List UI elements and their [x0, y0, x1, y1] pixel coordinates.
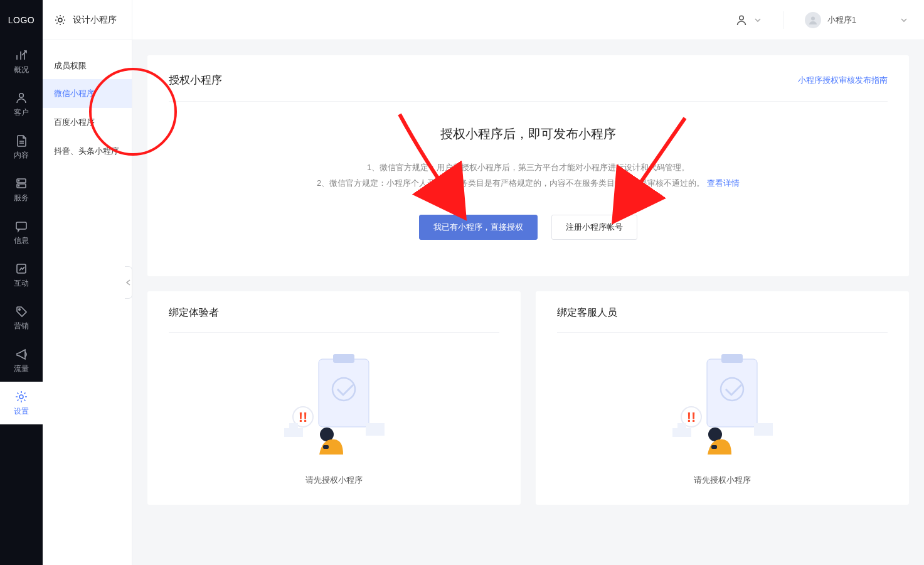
person-icon — [735, 14, 748, 26]
hero-lines: 1、微信官方规定：用户需授权小程序后，第三方平台才能对小程序进行设计和代码管理。… — [169, 160, 888, 191]
message-icon — [14, 219, 28, 233]
svg-point-3 — [18, 180, 19, 181]
chevron-down-icon — [900, 16, 908, 24]
nav-service[interactable]: 服务 — [0, 168, 43, 211]
primary-nav: LOGO 概况 客户 内容 服务 信息 互动 营销 — [0, 0, 43, 565]
nav-marketing[interactable]: 营销 — [0, 296, 43, 339]
doc-icon — [14, 134, 28, 148]
sub-item-baidu[interactable]: 百度小程序 — [43, 108, 132, 137]
svg-point-4 — [18, 185, 19, 186]
gear-icon — [14, 390, 28, 404]
svg-point-27 — [708, 428, 722, 441]
svg-rect-19 — [366, 423, 385, 436]
empty-text: 请先授权小程序 — [694, 475, 751, 486]
svg-point-7 — [19, 308, 20, 309]
sub-nav-top[interactable]: 设计小程序 — [43, 0, 132, 40]
sub-item-douyin[interactable]: 抖音、头条小程序 — [43, 137, 132, 166]
hero-title: 授权小程序后，即可发布小程序 — [169, 126, 888, 143]
bind-support-card: 绑定客服人员 !! — [536, 291, 909, 505]
empty-text: 请先授权小程序 — [305, 475, 363, 486]
user-menu[interactable] — [729, 10, 768, 30]
svg-rect-13 — [333, 354, 354, 363]
site-name: 小程序1 — [827, 14, 856, 26]
overview-icon — [14, 48, 28, 62]
stack-icon — [14, 176, 28, 190]
svg-point-10 — [740, 16, 743, 19]
nav-content[interactable]: 内容 — [0, 126, 43, 168]
auth-panel: 授权小程序 小程序授权审核发布指南 授权小程序后，即可发布小程序 1、微信官方规… — [147, 55, 909, 276]
sub-nav: 设计小程序 成员权限 微信小程序 百度小程序 抖音、头条小程序 — [43, 0, 132, 565]
empty-illustration: !! — [672, 348, 773, 461]
svg-rect-28 — [711, 445, 717, 449]
person-icon — [14, 91, 28, 105]
svg-point-8 — [19, 395, 23, 399]
frame-icon — [14, 262, 28, 276]
view-details-link[interactable]: 查看详情 — [707, 178, 740, 188]
card-title: 绑定客服人员 — [557, 306, 888, 333]
nav-label: 营销 — [14, 321, 29, 331]
panel-title: 授权小程序 — [169, 73, 222, 87]
nav-label: 服务 — [14, 193, 29, 203]
bind-tester-card: 绑定体验者 !! — [147, 291, 521, 505]
chevron-down-icon — [754, 16, 762, 24]
svg-rect-20 — [284, 428, 303, 437]
empty-illustration: !! — [284, 348, 385, 461]
main-content: 授权小程序 小程序授权审核发布指南 授权小程序后，即可发布小程序 1、微信官方规… — [132, 40, 924, 565]
svg-rect-23 — [721, 354, 743, 363]
nav-settings[interactable]: 设置 — [0, 382, 43, 424]
design-label: 设计小程序 — [73, 14, 117, 26]
svg-rect-18 — [323, 445, 329, 449]
svg-rect-30 — [672, 428, 691, 437]
tag-icon — [14, 304, 28, 318]
hero-line-2: 2、微信官方规定：小程序个人开放的服务类目是有严格规定的，内容不在服务类目中的，… — [169, 176, 888, 191]
register-button[interactable]: 注册小程序帐号 — [551, 215, 637, 240]
nav-label: 客户 — [14, 107, 29, 118]
card-title: 绑定体验者 — [169, 306, 499, 333]
nav-label: 信息 — [14, 235, 29, 246]
nav-label: 内容 — [14, 150, 29, 161]
sub-section-permissions: 成员权限 — [43, 55, 132, 79]
svg-point-0 — [19, 93, 24, 97]
site-selector[interactable]: 小程序1 — [799, 8, 914, 32]
svg-rect-31 — [677, 423, 686, 428]
divider — [783, 11, 783, 29]
nav-label: 流量 — [14, 363, 29, 374]
nav-message[interactable]: 信息 — [0, 211, 43, 254]
hero-line-1: 1、微信官方规定：用户需授权小程序后，第三方平台才能对小程序进行设计和代码管理。 — [169, 160, 888, 176]
avatar — [805, 12, 821, 28]
svg-rect-29 — [754, 423, 773, 436]
nav-interact[interactable]: 互动 — [0, 254, 43, 296]
nav-traffic[interactable]: 流量 — [0, 339, 43, 382]
header: 小程序1 — [132, 0, 924, 40]
collapse-handle[interactable] — [125, 266, 132, 299]
authorize-button[interactable]: 我已有小程序，直接授权 — [419, 215, 538, 240]
horn-icon — [14, 347, 28, 361]
nav-label: 互动 — [14, 278, 29, 289]
svg-rect-5 — [16, 222, 26, 229]
help-guide-link[interactable]: 小程序授权审核发布指南 — [798, 75, 888, 86]
svg-text:!!: !! — [298, 409, 307, 425]
svg-rect-21 — [289, 423, 298, 428]
avatar-icon — [808, 15, 818, 25]
nav-overview[interactable]: 概况 — [0, 40, 43, 83]
nav-label: 概况 — [14, 65, 29, 75]
svg-point-17 — [320, 428, 334, 441]
design-icon — [54, 14, 66, 26]
logo: LOGO — [0, 0, 43, 40]
sub-item-wechat[interactable]: 微信小程序 — [43, 79, 132, 108]
svg-point-11 — [811, 16, 815, 20]
nav-label: 设置 — [14, 406, 29, 417]
svg-point-9 — [58, 18, 62, 22]
chevron-left-icon — [125, 279, 132, 286]
svg-text:!!: !! — [686, 409, 696, 425]
nav-customer[interactable]: 客户 — [0, 83, 43, 126]
